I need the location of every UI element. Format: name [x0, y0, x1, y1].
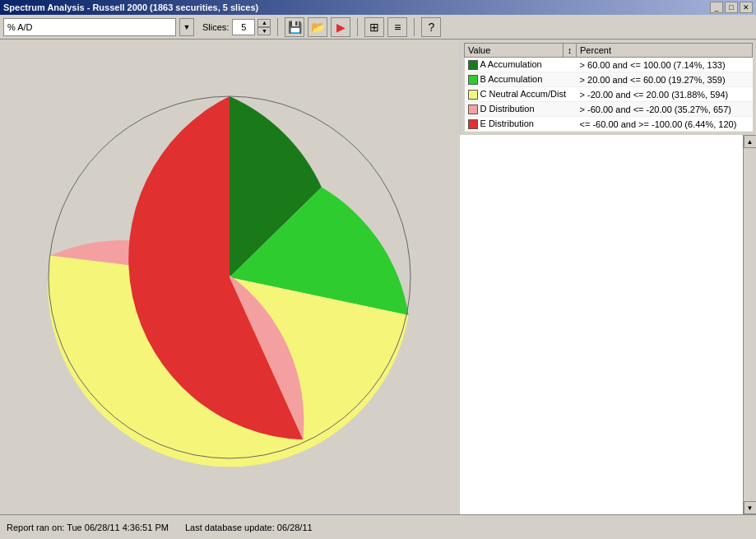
grid-button[interactable]: ⊞ — [364, 17, 384, 37]
legend-label-cell: E Distribution — [465, 117, 577, 132]
slices-spinner: ▲ ▼ — [257, 19, 271, 35]
legend-row: B Accumulation> 20.00 and <= 60.00 (19.2… — [465, 72, 753, 87]
toolbar-separator-1 — [277, 18, 278, 36]
legend-label: E Distribution — [480, 118, 534, 128]
slices-up-button[interactable]: ▲ — [257, 19, 271, 27]
help-button[interactable]: ? — [421, 17, 441, 37]
col-sort-icon[interactable]: ↕ — [564, 44, 577, 58]
legend-range: > -20.00 and <= 20.00 (31.88%, 594) — [577, 87, 753, 102]
legend-label-cell: D Distribution — [465, 102, 577, 117]
maximize-button[interactable]: □ — [725, 2, 738, 13]
legend-color-swatch — [468, 119, 478, 129]
legend-row: D Distribution> -60.00 and <= -20.00 (35… — [465, 102, 753, 117]
col-percent-header: Percent — [577, 44, 753, 58]
empty-space — [460, 135, 743, 514]
legend-range: > 20.00 and <= 60.00 (19.27%, 359) — [577, 72, 753, 87]
slices-input[interactable] — [232, 19, 255, 35]
legend-label-cell: C Neutral Accum/Dist — [465, 87, 577, 102]
window-controls: _ □ ✕ — [710, 2, 753, 13]
legend-label-cell: A Accumulation — [465, 58, 577, 72]
legend-label: D Distribution — [480, 104, 535, 114]
indicator-dropdown[interactable]: % A/D — [3, 18, 176, 36]
main-content: Value ↕ Percent A Accumulation> 60.00 an… — [0, 39, 756, 514]
toolbar-separator-3 — [414, 18, 415, 36]
legend-color-swatch — [468, 105, 478, 114]
toolbar-separator-2 — [357, 18, 358, 36]
db-update: Last database update: 06/28/11 — [185, 523, 313, 532]
legend-color-swatch — [468, 60, 478, 70]
legend-color-swatch — [468, 75, 478, 85]
legend-row: E Distribution<= -60.00 and >= -100.00 (… — [465, 117, 753, 132]
status-bar: Report ran on: Tue 06/28/11 4:36:51 PM L… — [0, 514, 756, 539]
open-button[interactable]: 📂 — [308, 17, 327, 37]
legend-range: <= -60.00 and >= -100.00 (6.44%, 120) — [577, 117, 753, 132]
legend-table: Value ↕ Percent A Accumulation> 60.00 an… — [464, 43, 753, 132]
list-button[interactable]: ≡ — [387, 17, 407, 37]
slices-down-button[interactable]: ▼ — [257, 27, 271, 35]
legend-label: A Accumulation — [480, 59, 542, 69]
slices-label: Slices: — [202, 22, 229, 32]
window-title: Spectrum Analysis - Russell 2000 (1863 s… — [3, 2, 258, 12]
close-button[interactable]: ✕ — [740, 2, 753, 13]
legend-range: > -60.00 and <= -20.00 (35.27%, 657) — [577, 102, 753, 117]
title-bar: Spectrum Analysis - Russell 2000 (1863 s… — [0, 0, 756, 15]
chart-area — [0, 39, 459, 514]
right-panel: Value ↕ Percent A Accumulation> 60.00 an… — [459, 39, 756, 514]
toolbar: % A/D ▼ Slices: ▲ ▼ 💾 📂 ▶ ⊞ ≡ ? — [0, 15, 756, 39]
report-ran: Report ran on: Tue 06/28/11 4:36:51 PM — [7, 523, 169, 532]
legend-label-cell: B Accumulation — [465, 72, 577, 87]
pie-chart — [28, 76, 431, 479]
scroll-up-button[interactable]: ▲ — [744, 135, 757, 148]
legend-row: A Accumulation> 60.00 and <= 100.00 (7.1… — [465, 58, 753, 72]
chart-button[interactable]: ▶ — [331, 17, 350, 37]
legend-row: C Neutral Accum/Dist> -20.00 and <= 20.0… — [465, 87, 753, 102]
minimize-button[interactable]: _ — [710, 2, 723, 13]
legend-color-swatch — [468, 90, 478, 100]
scrollbar-container: ▲ ▼ — [460, 135, 756, 514]
legend-range: > 60.00 and <= 100.00 (7.14%, 133) — [577, 58, 753, 72]
legend-area: Value ↕ Percent A Accumulation> 60.00 an… — [460, 39, 756, 135]
legend-label: C Neutral Accum/Dist — [480, 89, 567, 99]
scroll-down-button[interactable]: ▼ — [744, 501, 757, 514]
scrollbar: ▲ ▼ — [743, 135, 756, 514]
col-value-header: Value — [465, 44, 564, 58]
legend-label: B Accumulation — [480, 74, 543, 84]
indicator-dropdown-arrow[interactable]: ▼ — [179, 18, 194, 36]
scroll-track — [744, 148, 757, 501]
save-button[interactable]: 💾 — [285, 17, 304, 37]
